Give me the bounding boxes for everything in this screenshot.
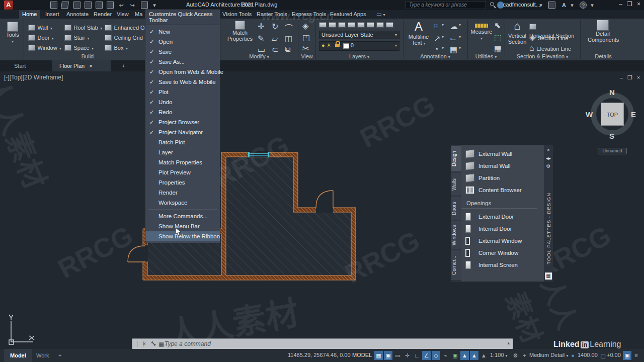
menu-item-project-navigator[interactable]: ✓Project Navigator (145, 127, 220, 137)
app-logo-icon[interactable]: A (4, 1, 13, 10)
menu-item-batch-plot[interactable]: Batch Plot (145, 137, 220, 147)
qat-saveas-icon[interactable] (85, 2, 92, 9)
quick-calc-icon[interactable]: ▦ (494, 44, 502, 53)
palette-close-icon[interactable]: × (545, 147, 552, 154)
layer-isolate-icon[interactable] (338, 22, 346, 28)
qat-project-navigator-icon[interactable] (141, 2, 148, 9)
panel-label-annotation[interactable]: Annotation ▾ (404, 53, 467, 60)
panel-label-modify[interactable]: Modify ▾ (221, 53, 297, 60)
file-tab-close-icon[interactable]: × (89, 63, 92, 69)
palette-tab-corner[interactable]: Corner... (451, 250, 461, 281)
qat-save-icon[interactable] (73, 2, 80, 9)
leader-icon[interactable]: ↗ (434, 34, 440, 43)
annotation-monitor-icon[interactable]: + (520, 351, 529, 360)
tab-express-tools[interactable]: Express Tools (289, 10, 329, 19)
tab-featured-apps[interactable]: Featured Apps (327, 10, 369, 19)
isodraft-icon[interactable]: ◇ (432, 351, 440, 360)
grid-toggle-icon[interactable]: ▦ (374, 351, 383, 360)
cmd-close-icon[interactable]: × (142, 340, 146, 347)
viewport-config-icon[interactable]: ◰ (302, 33, 310, 42)
box-button[interactable]: Box ▾ (105, 43, 128, 52)
roof-slab-button[interactable]: Roof Slab ▾ (64, 23, 102, 32)
signed-in-user[interactable]: cadfmconsult... (503, 2, 540, 8)
coordinates-readout[interactable]: 11485.29, 25674.46, 0.00 (288, 352, 351, 358)
tab-home[interactable]: Home (19, 10, 40, 19)
model-tab[interactable]: Model (4, 349, 32, 362)
tab-manage[interactable]: Ma (132, 10, 145, 19)
search-icon[interactable] (490, 2, 494, 6)
palette-tab-doors[interactable]: Doors (451, 197, 461, 220)
tab-render[interactable]: Render (91, 10, 115, 19)
a360-dropdown[interactable]: ▾ (569, 2, 576, 9)
named-views-icon[interactable]: ◈ (302, 21, 308, 31)
wall-button[interactable]: Wall ▾ (28, 23, 52, 32)
palette-tab-windows[interactable]: Windows (451, 221, 461, 249)
qat-print-icon[interactable] (107, 2, 114, 9)
isolate-objects-icon[interactable]: ▣ (623, 351, 631, 360)
palette-tab-walls[interactable]: Walls (451, 173, 461, 196)
menu-item-properties[interactable]: Properties (145, 177, 220, 188)
menu-item-render[interactable]: Render (145, 188, 220, 198)
cmd-history-arrow[interactable]: ▴ (507, 340, 510, 345)
match-properties-button[interactable]: Match Properties (225, 21, 255, 42)
qat-redo-icon[interactable]: ↪ (129, 2, 136, 9)
z-offset-value[interactable]: +0.00 (607, 352, 621, 358)
section-line-button[interactable]: ◈ Section Line (529, 33, 568, 42)
customize-menu-icon[interactable]: ≡ (632, 351, 640, 360)
viewcube-east[interactable]: E (631, 110, 636, 119)
layer-lock-icon[interactable] (357, 22, 365, 28)
minimize-button[interactable]: – (617, 1, 624, 8)
tab-vision-tools[interactable]: Vision Tools (219, 10, 255, 19)
palette-item-corner-window[interactable]: Corner Window (461, 247, 544, 259)
tag-icon[interactable]: ⌙ (450, 34, 456, 43)
palette-item-internal-door[interactable]: Internal Door (461, 223, 544, 235)
palette-item-external-wall[interactable]: External Wall (461, 148, 544, 160)
replace-z-icon[interactable]: ▢ (599, 351, 607, 360)
viewcube-west[interactable]: W (586, 110, 593, 119)
space-button[interactable]: Space ▾ (64, 43, 94, 52)
command-line[interactable]: ⋮⋮ × 🔧︎ ▦▾ Type a command ▴ (132, 338, 513, 349)
menu-item-open-web-mobile[interactable]: ✓Open from Web & Mobile (145, 67, 220, 77)
vertical-section-button[interactable]: ⌂ VerticalSection (506, 20, 528, 45)
polar-tracking-icon[interactable]: ∠ (422, 351, 431, 360)
detail-components-button[interactable]: DetailComponents (588, 20, 618, 43)
rotate-icon[interactable]: ↻ (272, 22, 278, 31)
palette-item-external-door[interactable]: External Door (461, 211, 544, 223)
qat-new-icon[interactable] (50, 2, 57, 9)
file-tab-start[interactable]: Start (7, 60, 33, 71)
panel-label-section[interactable]: Section & Elevation ▾ (505, 53, 580, 60)
mark-icon[interactable]: ◔ (434, 45, 439, 54)
search-input[interactable]: Type a keyword or phrase (406, 1, 486, 9)
layer-dropdown[interactable]: ● ☀ 0 ▾ (319, 41, 399, 51)
work-tab[interactable]: Work (30, 349, 55, 362)
file-tab-floor-plan[interactable]: Floor Plan × (52, 60, 111, 71)
dimension-icon[interactable]: ⌗ (434, 22, 438, 31)
tab-annotate[interactable]: Annotate (63, 10, 92, 19)
stair-button[interactable]: Stair ▾ (64, 33, 90, 42)
menu-item-show-menu-bar[interactable]: Show Menu Bar (145, 221, 220, 231)
annotation-scale-icon[interactable]: ▲ (479, 351, 488, 360)
object-snap-icon[interactable]: ▣ (451, 351, 459, 360)
palette-item-content-browser[interactable]: Content Browser (461, 184, 544, 196)
qat-customize-dropdown[interactable]: ▾ (151, 2, 158, 9)
layer-properties-icon[interactable] (319, 22, 327, 28)
palette-tab-design[interactable]: Design (451, 146, 461, 172)
window-button[interactable]: Window ▾ (28, 43, 61, 52)
palette-item-partition[interactable]: Partition (461, 172, 544, 184)
tab-view[interactable]: View (114, 10, 132, 19)
infer-constraints-icon[interactable]: ▭ (393, 351, 402, 360)
help-dropdown[interactable]: ▾ (589, 2, 596, 9)
viewcube-north[interactable]: N (609, 88, 615, 97)
annotation-autoscale-icon[interactable]: ▲ (470, 351, 478, 360)
panel-label-layers[interactable]: Layers ▾ (316, 53, 403, 60)
layer-state-dropdown[interactable]: Unsaved Layer State▾ (319, 31, 399, 39)
user-dropdown[interactable]: ▾ (537, 2, 544, 9)
fillet-icon[interactable]: ⌒ (285, 22, 293, 34)
multiline-text-button[interactable]: A MultilineText ▾ (406, 20, 432, 46)
dynamic-input-icon[interactable]: ✛ (403, 351, 412, 360)
menu-item-layer[interactable]: Layer (145, 147, 220, 157)
view-name-badge[interactable]: Unnamed (598, 148, 627, 154)
menu-item-show-below-ribbon[interactable]: Show Below the Ribbon (145, 231, 220, 241)
ortho-mode-icon[interactable]: ∟ (413, 351, 421, 360)
copy-icon[interactable]: ⧉ (285, 45, 290, 54)
